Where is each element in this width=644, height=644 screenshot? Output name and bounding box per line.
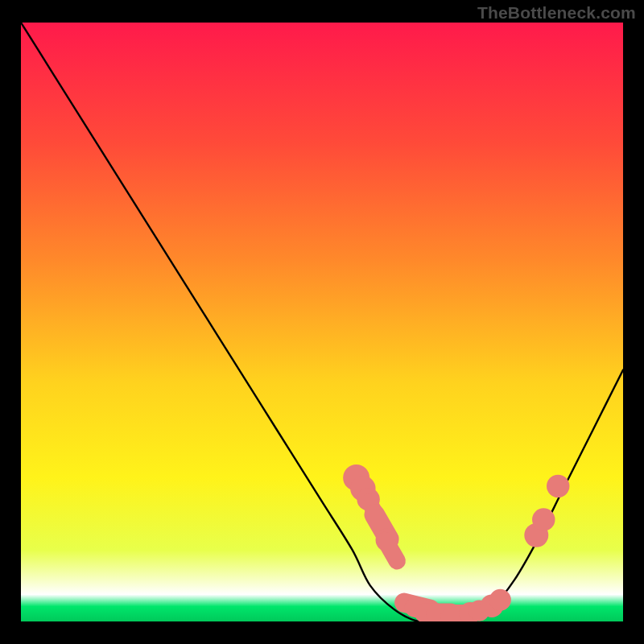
data-marker [532, 508, 555, 530]
data-marker [489, 589, 511, 611]
watermark-label: TheBottleneck.com [477, 3, 636, 23]
chart-svg [21, 23, 623, 621]
data-marker [386, 541, 398, 561]
chart-plot [21, 23, 623, 621]
data-marker [547, 475, 569, 497]
chart-stage: TheBottleneck.com [0, 0, 644, 644]
